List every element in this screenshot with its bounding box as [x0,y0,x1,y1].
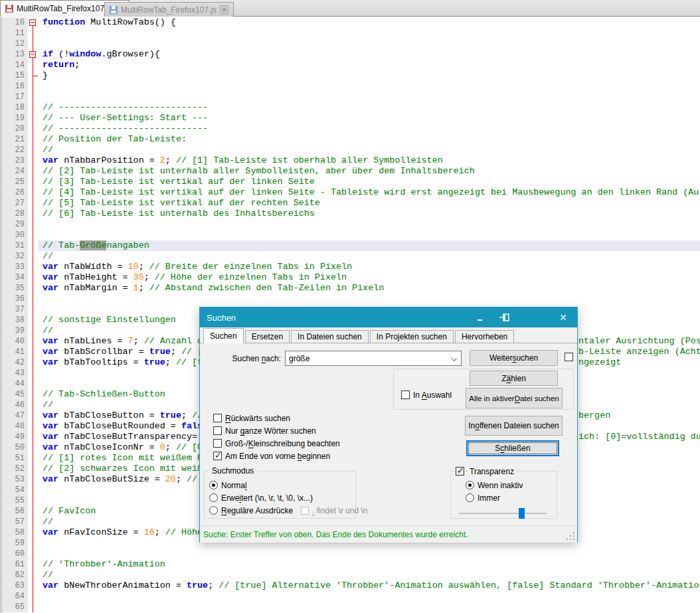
transparency-always-radio[interactable] [466,493,474,502]
fold-margin[interactable] [28,464,39,474]
fold-margin[interactable] [28,209,39,219]
fold-margin[interactable] [28,198,39,209]
fold-margin[interactable] [28,368,39,379]
fold-margin[interactable] [28,379,39,389]
wrap-around-checkbox[interactable] [213,452,222,460]
match-case-label[interactable]: Groß-/Kleinschreibung beachten [225,439,340,448]
chevron-down-icon[interactable] [451,355,457,361]
count-button[interactable]: Zählen [470,371,558,386]
transparency-always-label[interactable]: Immer [478,493,500,503]
mode-extended-radio[interactable] [209,493,218,502]
fold-margin[interactable] [28,559,39,570]
dialog-tab-in-projekten-suchen[interactable]: In Projekten suchen [370,330,454,343]
fold-margin[interactable] [28,166,39,177]
fold-margin[interactable] [28,145,39,155]
fold-margin[interactable] [28,347,39,357]
fold-margin[interactable] [28,177,39,187]
fold-margin[interactable] [28,28,39,39]
fold-margin[interactable] [28,400,39,410]
fold-margin[interactable] [28,272,39,283]
dialog-tab-in-dateien-suchen[interactable]: In Dateien suchen [291,330,369,343]
transparency-checkbox[interactable] [456,467,464,476]
fold-collapse-icon[interactable] [29,19,36,26]
fold-margin[interactable] [28,442,39,453]
dialog-titlebar[interactable]: Suchen ✕ [200,307,577,327]
fold-margin[interactable] [28,389,39,400]
fold-margin[interactable] [28,230,39,240]
fold-margin[interactable] [28,410,39,421]
fold-margin[interactable] [28,325,39,336]
fold-margin[interactable] [28,580,39,591]
fold-margin[interactable] [28,102,39,113]
fold-margin[interactable] [28,39,39,49]
dialog-tab-suchen[interactable]: Suchen [203,328,244,343]
fold-margin[interactable] [28,549,39,559]
transparency-label[interactable]: Transparenz [468,467,516,476]
transparency-slider-handle[interactable] [519,508,525,519]
fold-margin[interactable] [28,304,39,315]
fold-margin[interactable] [28,240,39,251]
fold-margin[interactable] [28,474,39,485]
transparency-slider-track[interactable] [459,513,547,514]
fold-margin[interactable] [28,124,39,134]
fold-margin[interactable] [28,506,39,517]
fold-margin[interactable] [28,421,39,432]
fold-margin[interactable] [28,294,39,304]
transparency-on-inactive-radio[interactable] [466,481,474,489]
mode-regex-radio[interactable] [209,506,218,515]
fold-margin[interactable] [28,92,39,102]
search-input[interactable]: größe [285,351,462,366]
pin-icon[interactable] [499,312,511,323]
fold-margin[interactable] [28,357,39,368]
resize-grip[interactable] [573,539,574,540]
fold-margin[interactable] [28,262,39,272]
fold-margin[interactable] [28,155,39,166]
whole-word-checkbox[interactable] [213,426,222,435]
find-all-current-button[interactable]: Alle in aktiver Datei suchen [466,388,563,408]
backward-label[interactable]: Rückwärts suchen [225,414,290,423]
find-next-button[interactable]: Weiter suchen [470,350,558,366]
fold-margin[interactable] [28,570,39,580]
fold-margin[interactable] [28,251,39,262]
fold-margin[interactable] [28,591,39,602]
close-button[interactable]: Schließen [466,440,559,456]
fold-margin[interactable] [28,336,39,347]
mode-normal-label[interactable]: Normal [221,481,247,490]
fold-margin[interactable] [28,134,39,145]
fold-margin[interactable] [28,81,39,92]
wrap-around-label[interactable]: Am Ende von vorne beginnen [225,452,330,461]
fold-margin[interactable] [28,187,39,198]
in-selection-label[interactable]: In Auswahl [413,391,452,400]
fold-margin[interactable] [28,219,39,230]
mode-normal-radio[interactable] [209,481,218,489]
fold-collapse-icon[interactable] [29,51,36,58]
dialog-close-icon[interactable]: ✕ [553,310,573,325]
dialog-tab-ersetzen[interactable]: Ersetzen [245,330,290,343]
minimize-icon[interactable] [478,319,482,321]
unlabeled-checkbox[interactable] [565,353,573,361]
mode-extended-label[interactable]: Erweitert (\n, \r, \t, \0, \x...) [221,493,313,503]
fold-margin[interactable] [28,70,39,81]
fold-margin[interactable] [28,49,39,60]
match-case-checkbox[interactable] [213,439,222,448]
fold-margin[interactable] [28,432,39,442]
dialog-tab-hervorheben[interactable]: Hervorheben [455,330,514,343]
fold-margin[interactable] [28,527,39,538]
fold-margin[interactable] [28,495,39,506]
fold-margin[interactable] [28,485,39,495]
fold-margin[interactable] [28,453,39,464]
editor-tab-inactive[interactable]: MultiRowTab_Firefox107.js ✕ [104,2,234,17]
fold-margin[interactable] [28,113,39,124]
fold-margin[interactable] [28,602,39,612]
fold-margin[interactable] [28,17,39,28]
mode-regex-label[interactable]: Reguläre Ausdrücke [221,506,293,515]
backward-checkbox[interactable] [213,414,222,422]
fold-margin[interactable] [28,538,39,549]
transparency-on-inactive-label[interactable]: Wenn inaktiv [478,481,523,490]
whole-word-label[interactable]: Nur ganze Wörter suchen [225,426,316,436]
fold-margin[interactable] [28,517,39,527]
fold-margin[interactable] [28,60,39,70]
fold-margin[interactable] [28,283,39,294]
fold-margin[interactable] [28,315,39,325]
tab-close-icon[interactable]: ✕ [220,5,228,14]
